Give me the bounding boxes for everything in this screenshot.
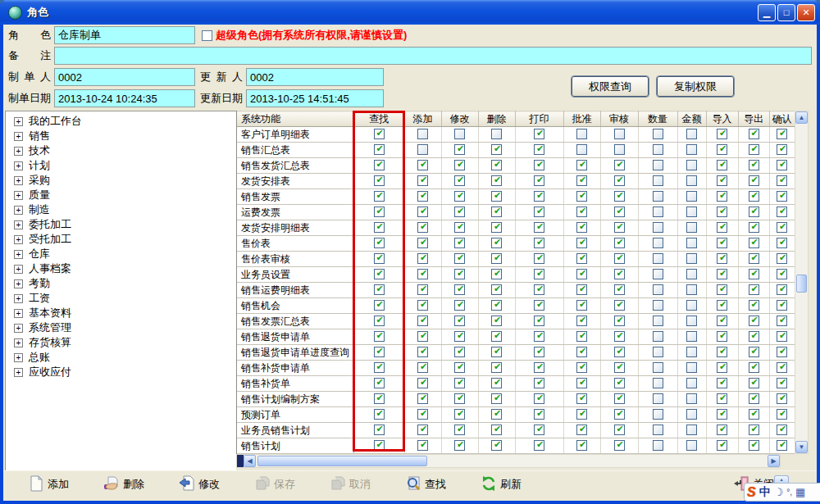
column-header-12[interactable]: 确认 [769,111,795,127]
permission-checkbox[interactable] [491,440,502,451]
expand-plus-icon[interactable]: + [14,353,23,362]
permission-checkbox[interactable] [614,331,625,342]
permission-checkbox[interactable] [534,160,544,170]
expand-plus-icon[interactable]: + [14,220,23,229]
expand-plus-icon[interactable]: + [14,235,23,244]
permission-checkbox[interactable] [374,238,385,248]
permission-checkbox[interactable] [491,284,502,295]
permission-checkbox[interactable] [491,144,502,155]
vertical-scroll-thumb[interactable] [796,275,807,293]
permission-checkbox[interactable] [576,425,587,435]
permission-checkbox[interactable] [686,160,697,170]
permission-checkbox[interactable] [777,331,787,342]
permission-checkbox[interactable] [417,316,428,326]
permission-checkbox[interactable] [534,440,544,451]
permission-checkbox[interactable] [454,144,465,155]
permission-checkbox[interactable] [534,362,544,373]
column-header-3[interactable]: 修改 [441,111,478,127]
permission-checkbox[interactable] [534,238,544,248]
permission-checkbox[interactable] [614,144,625,155]
permission-checkbox[interactable] [417,238,428,248]
permission-checkbox[interactable] [777,316,787,326]
permission-checkbox[interactable] [454,378,465,388]
permission-checkbox[interactable] [749,440,759,451]
permission-checkbox[interactable] [417,425,428,435]
permission-checkbox[interactable] [534,269,544,279]
permission-checkbox[interactable] [686,378,697,388]
permission-checkbox[interactable] [576,316,587,326]
create-date-input[interactable] [54,89,195,107]
super-role-checkbox[interactable] [202,30,212,41]
ime-language-indicator[interactable]: 中 [759,485,771,500]
permission-checkbox[interactable] [749,175,759,186]
permission-checkbox[interactable] [717,175,727,186]
permission-checkbox[interactable] [417,393,428,404]
permission-checkbox[interactable] [374,440,385,451]
permission-checkbox[interactable] [717,347,727,357]
column-header-name[interactable]: 系统功能 [237,111,353,127]
row-function-name[interactable]: 销售计划 [237,438,353,454]
permission-checkbox[interactable] [686,440,697,451]
permission-checkbox[interactable] [454,238,465,248]
row-function-name[interactable]: 销售退货申请单 [237,329,353,345]
permission-checkbox[interactable] [534,378,544,388]
permission-checkbox[interactable] [749,222,759,233]
tree-item-1[interactable]: +销售 [6,129,236,143]
permission-checkbox[interactable] [614,362,625,373]
permission-checkbox[interactable] [491,253,502,264]
column-header-8[interactable]: 数量 [638,111,677,127]
toolbar-button-find-magnifier[interactable]: 查找 [405,475,446,494]
permission-checkbox[interactable] [686,284,697,295]
permission-checkbox[interactable] [454,409,465,420]
permission-checkbox[interactable] [491,175,502,186]
expand-plus-icon[interactable]: + [14,147,23,156]
permission-checkbox[interactable] [717,440,727,451]
permission-checkbox[interactable] [653,238,663,248]
permission-checkbox[interactable] [534,191,544,202]
permission-checkbox[interactable] [749,253,759,264]
permission-checkbox[interactable] [576,393,587,404]
permission-checkbox[interactable] [653,253,663,264]
permission-checkbox[interactable] [749,144,759,155]
permission-checkbox[interactable] [717,144,727,155]
permission-checkbox[interactable] [534,316,544,326]
permission-checkbox[interactable] [614,160,625,170]
expand-plus-icon[interactable]: + [14,309,23,318]
permission-checkbox[interactable] [717,253,727,264]
permission-checkbox[interactable] [454,222,465,233]
table-vertical-scrollbar[interactable]: ▲ ▼ [795,111,809,454]
permission-checkbox[interactable] [614,347,625,357]
permission-checkbox[interactable] [686,300,697,311]
permission-checkbox[interactable] [417,378,428,388]
maximize-button[interactable]: □ [777,4,795,21]
permission-checkbox[interactable] [717,300,727,311]
permission-checkbox[interactable] [417,129,428,139]
permission-checkbox[interactable] [686,425,697,435]
permission-checkbox[interactable] [777,440,787,451]
permission-checkbox[interactable] [653,316,663,326]
column-header-1[interactable]: 查找 [353,111,404,127]
permission-checkbox[interactable] [454,331,465,342]
tree-item-3[interactable]: +计划 [6,158,236,173]
permission-checkbox[interactable] [491,222,502,233]
permission-checkbox[interactable] [749,191,759,202]
permission-checkbox[interactable] [576,409,587,420]
permission-checkbox[interactable] [749,207,759,217]
permission-checkbox[interactable] [576,300,587,311]
permission-checkbox[interactable] [417,144,428,155]
permission-checkbox[interactable] [374,222,385,233]
row-function-name[interactable]: 销售退货申请单进度查询 [237,345,353,361]
permission-checkbox[interactable] [653,144,663,155]
permission-checkbox[interactable] [777,300,787,311]
creator-input[interactable] [54,68,195,86]
permission-checkbox[interactable] [686,347,697,357]
permission-checkbox[interactable] [749,316,759,326]
permission-checkbox[interactable] [686,191,697,202]
row-function-name[interactable]: 预测订单 [237,407,353,423]
permission-checkbox[interactable] [686,222,697,233]
row-function-name[interactable]: 销售发货汇总表 [237,158,353,174]
row-function-name[interactable]: 业务员销售计划 [237,423,353,438]
permission-checkbox[interactable] [717,191,727,202]
permission-checkbox[interactable] [534,253,544,264]
permission-checkbox[interactable] [374,207,385,217]
